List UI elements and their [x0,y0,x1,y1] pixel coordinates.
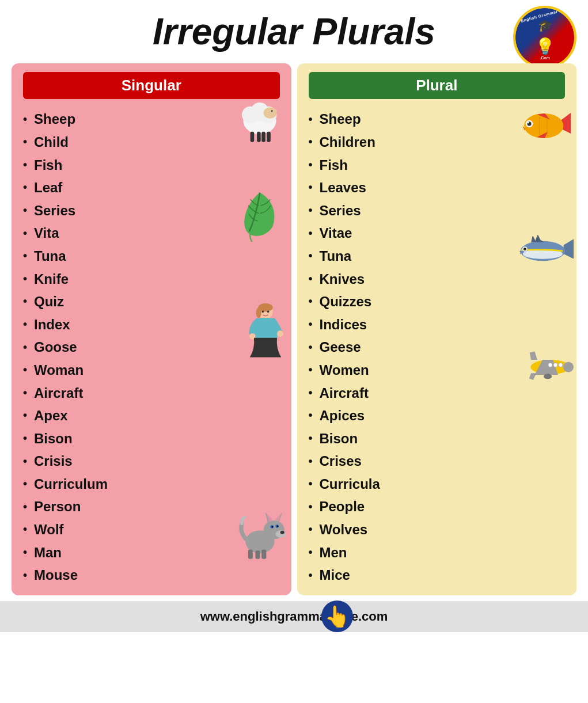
svg-rect-8 [257,132,261,142]
svg-point-15 [267,311,269,313]
footer-url: www.englishgrammarhere.com [200,609,388,624]
logo-text-bottom: .Com [540,56,550,60]
singular-word-item: Tuna [23,245,280,268]
singular-word-item: Curriculum [23,473,280,496]
singular-word-item: Index [23,313,280,336]
svg-rect-32 [261,549,266,558]
aircraft-image [522,345,574,391]
svg-rect-10 [267,132,271,142]
singular-word-item: Quiz [23,290,280,313]
svg-point-52 [548,363,552,367]
tuna-image [519,233,574,282]
header: Irregular Plurals English Grammar Here 🎓… [0,0,588,58]
singular-word-item: Apex [23,404,280,427]
plural-word-item: Wolves [309,518,566,541]
plural-word-item: Fish [309,154,566,177]
plural-word-item: Series [309,199,566,222]
plural-word-item: Leaves [309,176,566,199]
plural-word-item: Apices [309,404,566,427]
plural-word-item: Indices [309,313,566,336]
plural-word-item: Crises [309,450,566,473]
svg-point-46 [563,362,574,373]
singular-word-item: Aircraft [23,382,280,405]
svg-point-44 [523,248,526,250]
svg-rect-9 [261,132,265,142]
logo-hat-icon: 🎓 [538,18,552,32]
singular-word-item: Knife [23,268,280,291]
plural-word-item: Bison [309,427,566,450]
hand-icon: 👆 [321,601,353,632]
svg-point-51 [553,363,557,367]
leaf-image [237,190,283,244]
singular-word-item: Bison [23,427,280,450]
sheep-image [234,95,286,149]
plural-column: Plural [297,63,577,595]
footer: www.englishgrammarhere.com 👆 [0,601,588,632]
svg-rect-7 [250,132,254,142]
singular-word-item: Woman [23,359,280,382]
plural-word-item: Quizzes [309,290,566,313]
singular-word-item: Goose [23,336,280,359]
plural-word-item: Mice [309,564,566,587]
svg-marker-40 [564,238,574,260]
svg-rect-31 [255,550,260,558]
svg-marker-48 [530,352,538,360]
logo-lightbulb-icon: 💡 [535,37,555,56]
plural-word-item: Men [309,541,566,564]
svg-point-17 [277,330,283,337]
svg-point-28 [271,526,273,527]
svg-marker-49 [529,374,537,381]
logo: English Grammar Here 🎓 💡 .Com [513,6,576,69]
svg-point-25 [280,531,284,534]
svg-point-39 [528,122,529,124]
svg-point-13 [256,307,261,318]
plural-word-item: Curricula [309,473,566,496]
singular-column: Singular [12,63,291,595]
svg-point-50 [559,363,563,367]
svg-rect-30 [248,549,252,558]
wolf-image [237,507,289,564]
plural-word-item: People [309,495,566,518]
svg-point-29 [276,526,278,527]
svg-point-4 [263,108,276,119]
singular-word-item: Crisis [23,450,280,473]
fish-image [519,109,571,155]
singular-word-item: Mouse [23,564,280,587]
main-content: Singular [0,58,588,601]
plural-header: Plural [309,72,566,99]
svg-point-53 [544,374,552,379]
page-title: Irregular Plurals [6,12,582,52]
woman-image [242,302,289,362]
singular-word-item: Fish [23,154,280,177]
svg-point-14 [261,311,264,313]
